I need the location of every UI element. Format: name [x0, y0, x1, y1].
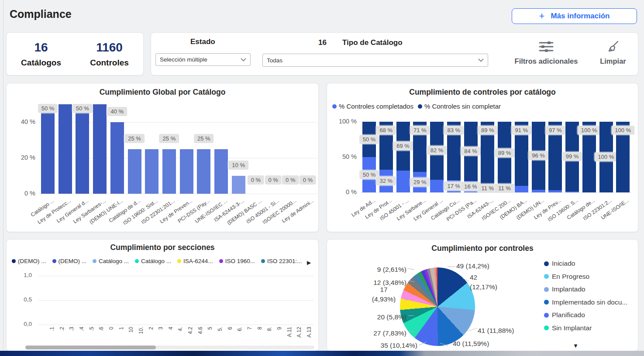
windows-taskbar-strip	[0, 351, 644, 356]
legend-label: En Progreso	[552, 273, 589, 281]
kpi-catalogos-value: 16	[21, 41, 61, 55]
legend-scroll-right-icon[interactable]: ▶	[307, 260, 311, 266]
bar-ISA-62443-3-...[interactable]	[232, 176, 245, 194]
additional-filters-button[interactable]: Filtros adicionales	[513, 41, 579, 65]
data-label: 25 %	[124, 134, 145, 143]
data-label: 91 %	[511, 126, 531, 135]
legend-scroll-down-icon[interactable]: ▼	[573, 342, 579, 349]
bar-(DEMO) UNE-I...[interactable]	[110, 122, 124, 194]
bar-completados-Ley General ...[interactable]	[430, 180, 444, 192]
kpi-controles: 1160 Controles	[90, 41, 129, 68]
legend-dot	[135, 259, 139, 263]
legend-dot	[544, 261, 549, 266]
bar-ISO 22301:201...[interactable]	[162, 149, 176, 194]
legend-item-ISO 1960...[interactable]: ISO 1960...	[219, 258, 255, 264]
data-label: 29 %	[410, 178, 430, 187]
chart2-title: Cumplimiento de controles por catálogo	[327, 88, 638, 97]
data-label: 0 %	[265, 175, 281, 185]
legend-label: (DEMO) ...	[59, 258, 87, 264]
bar-Ley General d...[interactable]	[76, 104, 89, 194]
data-label: 71 %	[410, 126, 430, 135]
legend-dot	[544, 325, 549, 330]
legend-item-En Progreso[interactable]: En Progreso	[544, 273, 589, 281]
tipo-dropdown-value: Todas	[267, 57, 478, 64]
bar-Ley de Preven...[interactable]	[180, 149, 193, 194]
bar-Ley Sarbanes-...[interactable]	[93, 104, 107, 194]
pie-leader-line	[448, 267, 455, 267]
legend-item-% Controles sin completar[interactable]: % Controles sin completar	[418, 103, 501, 110]
kpi-controles-value: 1160	[90, 41, 129, 55]
legend-item-ISA-6244...[interactable]: ISA-6244...	[177, 258, 213, 264]
scrollbar-thumb[interactable]	[25, 346, 156, 349]
legend-item-Sin Implantar[interactable]: Sin Implantar	[544, 324, 592, 332]
legend-item-% Controles completados[interactable]: % Controles completados	[332, 103, 413, 110]
data-label: 11 %	[495, 184, 514, 193]
pie-slice-label: 9 (2,61%)	[365, 265, 406, 274]
filter-bar: Estado Selección múltiple 16 Tipo de Cat…	[151, 32, 638, 75]
chart3-legend: (DEMO) ...(DEMO) ...Catálogo ...Catálogo…	[12, 258, 302, 264]
bar-PCI-DSS (Pay...[interactable]	[197, 149, 210, 194]
pie-slice-label: 41 (11,88%)	[478, 326, 530, 335]
legend-dot	[332, 104, 337, 109]
legend-label: ISO 1960...	[225, 258, 255, 264]
legend-item-Implementado sin docu...[interactable]: Implementado sin docu...	[544, 298, 627, 306]
legend-label: Catálogo ...	[99, 258, 129, 264]
bar-completados-ISO 19600: S...[interactable]	[565, 192, 579, 192]
bar-completados-Ley de Prev...[interactable]	[548, 190, 562, 192]
bar-ISO 19600: Sist...[interactable]	[145, 149, 158, 194]
legend-item-Catálogo ...[interactable]: Catálogo ...	[93, 258, 129, 264]
legend-item-(DEMO) ...[interactable]: (DEMO) ...	[12, 258, 46, 264]
legend-item-Iniciado[interactable]: Iniciado	[544, 260, 575, 267]
legend-label: Implementado sin docu...	[552, 298, 627, 306]
bar-Catálogo ...[interactable]	[41, 104, 55, 194]
clear-filters-button[interactable]: Limpiar	[596, 40, 630, 65]
chart-cumplimiento-controles-card: Cumplimiento por controles 49 (14,2%)42 …	[327, 239, 638, 351]
legend-label: Implantado	[552, 285, 585, 293]
y-axis-tick: 100 %	[334, 118, 357, 125]
pie-leader-line	[407, 268, 414, 270]
bar-UNE-ISO/IEC ...[interactable]	[214, 149, 228, 194]
legend-label: % Controles completados	[339, 103, 413, 110]
y-axis-tick: 50 %	[334, 153, 357, 160]
legend-label: % Controles sin completar	[424, 103, 501, 110]
data-label: 0 %	[282, 175, 299, 185]
bar-Ley de Protecc...[interactable]	[59, 104, 72, 194]
chart3-title: Cumplimiento por secciones	[7, 243, 318, 252]
kpi-card: 16 Catálogos 1160 Controles	[6, 32, 144, 75]
legend-dot	[418, 104, 422, 109]
bar-completados-(DEMO) UN...[interactable]	[532, 190, 545, 192]
data-label: 50 %	[38, 104, 58, 113]
pie-slice-label: 20 (5,8%)	[358, 312, 406, 322]
legend-label: ISO 22301:...	[267, 258, 302, 264]
sliders-icon	[538, 41, 554, 53]
legend-item-ISO 22301:...[interactable]: ISO 22301:...	[261, 258, 302, 264]
data-label: 25 %	[194, 134, 214, 143]
legend-dot	[544, 274, 549, 279]
chart-cumplimiento-secciones-card: Cumplimiento por secciones 0,00,51,0(DEM…	[6, 239, 319, 351]
legend-item-Catálogo ...[interactable]: Catálogo ...	[135, 258, 171, 264]
chevron-down-icon	[241, 58, 246, 62]
more-info-button[interactable]: + Más información	[512, 8, 637, 24]
bar-completados-ISO 45001 - ...[interactable]	[396, 171, 410, 192]
pie-slice-label: 17 (4,93%)	[364, 285, 403, 304]
legend-item-Planificado[interactable]: Planificado	[544, 311, 585, 319]
legend-item-Implantado[interactable]: Implantado	[544, 285, 585, 293]
legend-dot	[219, 259, 223, 263]
data-label: 0 %	[248, 175, 264, 185]
chart1-title: Cumplimiento Global por Catálogo	[7, 88, 318, 97]
data-label: 83 %	[444, 126, 464, 135]
bar-Catálogo de d...[interactable]	[128, 149, 141, 194]
data-label: 99 %	[562, 152, 582, 161]
legend-item-(DEMO) ...[interactable]: (DEMO) ...	[52, 258, 87, 264]
legend-dot	[544, 287, 549, 292]
page-title: Compliance	[10, 8, 72, 21]
data-label: 68 %	[376, 126, 396, 135]
y-axis-tick: 0 %	[14, 190, 35, 197]
tipo-label: Tipo de Catálogo	[342, 38, 403, 47]
chart4-title: Cumplimiento por controles	[327, 244, 638, 253]
bar-completados-(DEMO) BA...[interactable]	[515, 186, 528, 192]
estado-dropdown[interactable]: Selección múltiple	[155, 53, 251, 66]
data-label: 100 %	[611, 126, 634, 135]
legend-dot	[261, 259, 265, 263]
tipo-dropdown[interactable]: Todas	[262, 54, 488, 67]
